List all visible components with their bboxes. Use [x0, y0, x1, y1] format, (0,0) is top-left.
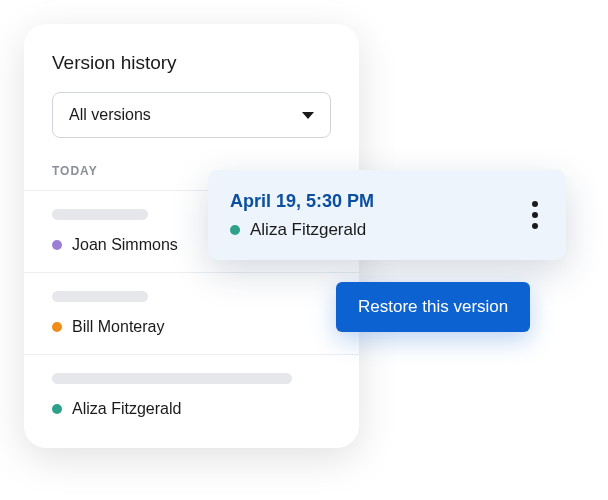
restore-version-button[interactable]: Restore this version [336, 282, 530, 332]
author-name: Bill Monteray [72, 318, 164, 336]
author-color-dot [230, 225, 240, 235]
author-name: Aliza Fitzgerald [72, 400, 181, 418]
more-options-icon[interactable] [526, 195, 544, 235]
version-author: Aliza Fitzgerald [250, 220, 366, 240]
panel-title: Version history [24, 52, 359, 92]
author-color-dot [52, 404, 62, 414]
version-detail-popup: April 19, 5:30 PM Aliza Fitzgerald [208, 170, 566, 260]
author-color-dot [52, 240, 62, 250]
caret-down-icon [302, 112, 314, 119]
skeleton-line [52, 291, 148, 302]
dropdown-label: All versions [69, 106, 151, 124]
author-color-dot [52, 322, 62, 332]
skeleton-line [52, 209, 148, 220]
version-timestamp: April 19, 5:30 PM [230, 191, 374, 212]
skeleton-line [52, 373, 292, 384]
version-item[interactable]: Aliza Fitzgerald [24, 354, 359, 436]
author-row: Aliza Fitzgerald [52, 400, 331, 418]
author-name: Joan Simmons [72, 236, 178, 254]
author-row: Bill Monteray [52, 318, 331, 336]
version-item[interactable]: Bill Monteray [24, 272, 359, 354]
version-filter-dropdown[interactable]: All versions [52, 92, 331, 138]
